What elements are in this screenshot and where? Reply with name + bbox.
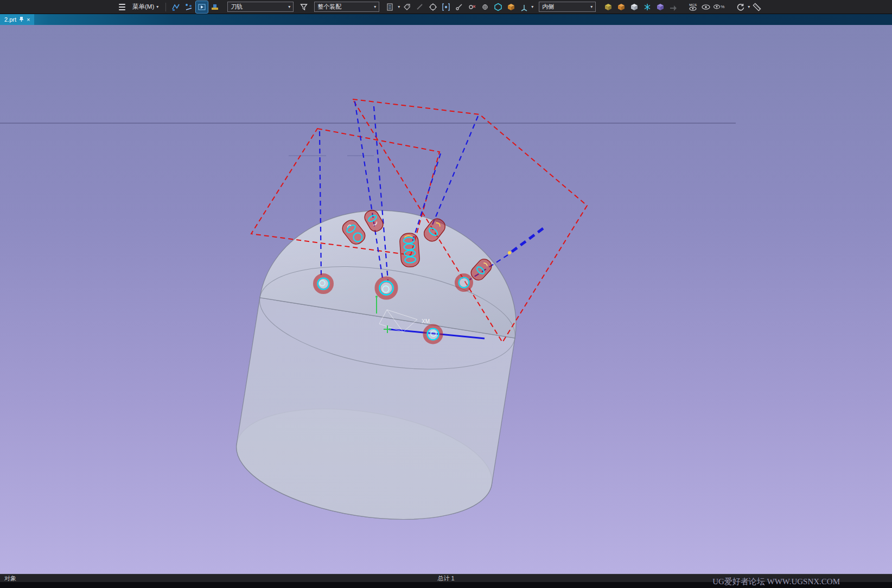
side-select-value: 内侧 [542,3,554,11]
xm-axis-label: XM [422,318,430,324]
chevron-down-icon: ▾ [156,5,158,9]
filter-icon[interactable] [298,1,310,13]
close-icon[interactable]: × [27,16,30,23]
chevron-down-icon: ▾ [590,5,592,9]
brush-icon[interactable] [414,1,426,13]
part-body[interactable] [228,192,532,535]
side-select[interactable]: 内侧 ▾ [539,2,596,12]
toolbar-separator [165,3,166,11]
snap-point-icon[interactable] [440,1,452,13]
tab-bar: 2.prt × [0,14,892,25]
status-left-label: 对象 [4,574,16,583]
tool-marker[interactable] [316,276,331,291]
shaded-cube-icon[interactable] [602,1,614,13]
visibility-percent-icon[interactable]: % [713,1,725,13]
percent-glyph: % [721,4,724,9]
snap-endpoint-icon[interactable] [453,1,465,13]
toolpath-filter-value: 刀轨 [231,3,243,11]
chevron-down-icon[interactable]: ▾ [398,5,400,9]
chevron-down-icon: ▾ [288,5,290,9]
assembly-scope-select[interactable]: 整个装配 ▾ [314,2,379,12]
edit-toolpath-icon[interactable] [183,1,195,13]
list-icon[interactable] [385,1,397,13]
tab-part-file[interactable]: 2.prt × [0,14,34,25]
chevron-down-icon[interactable]: ▾ [748,5,750,9]
pin-icon[interactable] [19,16,24,23]
tool-marker[interactable] [399,233,420,267]
tag-icon[interactable] [401,1,413,13]
menu-button-label: 菜单(M) [132,3,154,11]
viewport-canvas[interactable]: XM [0,25,892,574]
graphics-window[interactable]: XM [0,25,892,574]
watermark-text: UG爱好者论坛 WWW.UGSNX.COM [712,577,840,587]
snap-remove-icon[interactable] [466,1,478,13]
wireframe-cube-icon[interactable] [628,1,640,13]
menu-button[interactable]: 菜单(M) ▾ [129,1,162,13]
hexagon-icon[interactable] [492,1,504,13]
status-total-label: 总计 1 [437,574,454,583]
tab-title: 2.prt [4,16,16,23]
rotate-view-icon[interactable] [735,1,747,13]
tool-marker[interactable] [378,279,395,297]
shaded-edges-cube-icon[interactable] [615,1,627,13]
grid-reference-line [0,123,736,156]
tool-marker[interactable] [457,276,471,290]
snap-center-icon[interactable] [479,1,491,13]
menu-icon[interactable] [116,1,128,13]
machine-simulation-icon[interactable] [209,1,221,13]
chevron-down-icon: ▾ [374,5,376,9]
chevron-down-icon[interactable]: ▾ [531,5,533,9]
tool-marker[interactable] [425,327,441,342]
ghost-arrow-icon[interactable] [667,1,679,13]
contact-point-dot [508,251,511,254]
top-toolbar: 菜单(M) ▾ 刀轨 ▾ 整个装配 ▾ ▾ [0,0,892,14]
toolpath-filter-select[interactable]: 刀轨 ▾ [227,2,294,12]
snowflake-icon[interactable] [641,1,653,13]
eye-icon[interactable] [700,1,712,13]
datum-csys-icon[interactable] [518,1,530,13]
assembly-scope-value: 整个装配 [317,3,341,11]
mcs-visibility-icon[interactable]: MCS [687,1,699,13]
bounding-body-icon[interactable] [505,1,517,13]
show-toolpath-icon[interactable] [170,1,182,13]
origin-icon[interactable] [427,1,439,13]
replay-toolpath-icon[interactable] [196,1,208,13]
colored-cube-icon[interactable] [654,1,666,13]
ruler-icon[interactable] [751,1,763,13]
